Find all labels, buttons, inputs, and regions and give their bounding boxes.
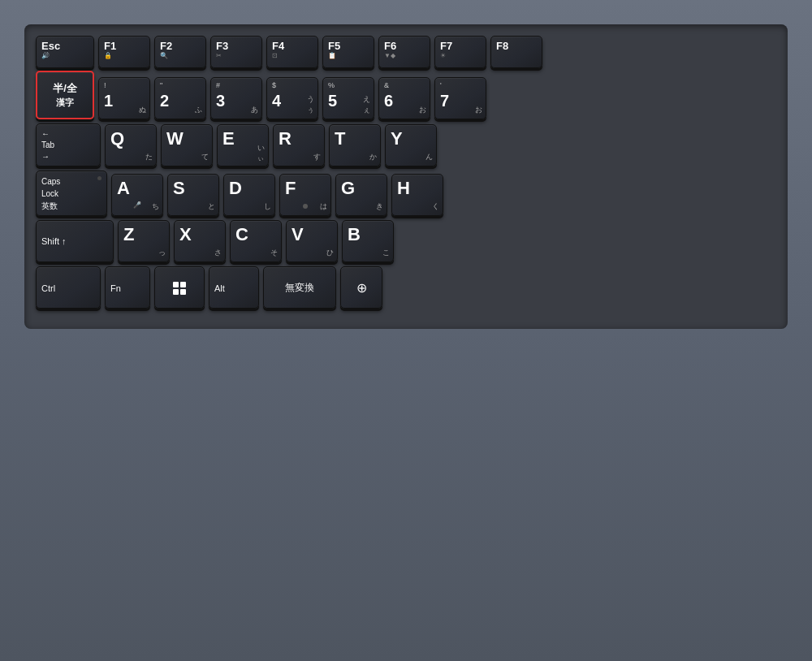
key-f1[interactable]: F1 🔒 <box>98 36 150 68</box>
key-f7[interactable]: F7 ☀ <box>434 36 486 68</box>
key7-main: 7 <box>440 92 449 110</box>
q-label: Q <box>110 129 124 149</box>
key6-main: 6 <box>384 92 393 110</box>
key-d[interactable]: D し <box>223 174 275 216</box>
f1-icon: 🔒 <box>104 52 112 59</box>
b-kana: こ <box>382 248 390 258</box>
f2-icon: 🔍 <box>160 52 168 59</box>
s-kana: と <box>208 201 215 212</box>
bottom-row: Ctrl Fn Alt 無変換 ⊕ <box>36 266 776 309</box>
key-w[interactable]: W て <box>161 124 213 166</box>
key3-top: # <box>216 82 220 90</box>
key-ctrl[interactable]: Ctrl <box>36 266 101 309</box>
key7-top: ' <box>440 82 442 90</box>
key6-kana: お <box>419 105 426 115</box>
tab-label: ←Tab→ <box>41 128 54 162</box>
key-shift[interactable]: Shift ↑ <box>36 220 114 262</box>
key6-top: & <box>384 82 389 90</box>
key-5[interactable]: % 5 えぇ <box>322 77 374 119</box>
key-g[interactable]: G き <box>335 174 387 216</box>
key-1[interactable]: ! 1 ぬ <box>98 77 150 119</box>
w-label: W <box>166 129 184 149</box>
g-kana: き <box>376 201 383 212</box>
f5-icon: 📋 <box>328 52 336 59</box>
key-x[interactable]: X さ <box>174 220 226 262</box>
key-4[interactable]: $ 4 うぅ <box>266 77 318 119</box>
key-f3[interactable]: F3 ✂ <box>210 36 262 68</box>
ctrl-label: Ctrl <box>41 283 55 293</box>
key-s[interactable]: S と <box>167 174 219 216</box>
number-row: 半/全漢字 ! 1 ぬ " 2 ふ # 3 あ $ 4 うぅ <box>36 71 776 119</box>
key3-kana: あ <box>251 105 258 115</box>
key-t[interactable]: T か <box>329 124 381 166</box>
key-z[interactable]: Z っ <box>118 220 170 262</box>
key1-kana: ぬ <box>139 105 146 115</box>
capslock-led <box>97 176 102 180</box>
key-h[interactable]: H く <box>391 174 443 216</box>
key-f[interactable]: F は <box>279 174 331 216</box>
key2-top: " <box>160 82 162 90</box>
f5-label: F5 <box>328 41 340 52</box>
key-v[interactable]: V ひ <box>286 220 338 262</box>
c-kana: そ <box>270 248 278 258</box>
key-f4[interactable]: F4 ⊡ <box>266 36 318 68</box>
key-e[interactable]: E いぃ <box>217 124 269 166</box>
f4-icon: ⊡ <box>272 52 278 59</box>
key4-main: 4 <box>272 92 281 110</box>
q-kana: た <box>145 152 153 162</box>
key-r[interactable]: R す <box>273 124 325 166</box>
key-2[interactable]: " 2 ふ <box>154 77 206 119</box>
key-3[interactable]: # 3 あ <box>210 77 262 119</box>
key-f6[interactable]: F6 ▼◆ <box>378 36 430 68</box>
key7-kana: お <box>475 105 482 115</box>
r-kana: す <box>313 152 321 162</box>
key-zoom[interactable]: ⊕ <box>340 266 382 309</box>
key-fn[interactable]: Fn <box>105 266 150 309</box>
keyboard-area: Esc 🔊 F1 🔒 F2 🔍 F3 ✂ F4 ⊡ F5 📋 <box>24 24 788 329</box>
key1-top: ! <box>104 82 106 90</box>
w-kana: て <box>201 152 209 162</box>
s-label: S <box>173 179 185 198</box>
key1-main: 1 <box>104 92 113 110</box>
laptop-body: Esc 🔊 F1 🔒 F2 🔍 F3 ✂ F4 ⊡ F5 📋 <box>0 0 812 661</box>
key-7[interactable]: ' 7 お <box>434 77 486 119</box>
muhenkan-label: 無変換 <box>285 281 314 295</box>
key-y[interactable]: Y ん <box>385 124 437 166</box>
alt-label: Alt <box>214 283 225 293</box>
key-q[interactable]: Q た <box>105 124 157 166</box>
key-hankaku[interactable]: 半/全漢字 <box>36 71 94 119</box>
f3-label: F3 <box>216 41 228 52</box>
f8-label: F8 <box>496 41 508 52</box>
h-label: H <box>397 179 410 198</box>
key-c[interactable]: C そ <box>230 220 282 262</box>
key-alt[interactable]: Alt <box>209 266 259 309</box>
t-label: T <box>335 129 345 149</box>
key-win[interactable] <box>154 266 205 309</box>
b-label: B <box>348 225 361 244</box>
a-label: A <box>117 179 130 198</box>
key-b[interactable]: B こ <box>342 220 394 262</box>
d-kana: し <box>264 201 271 212</box>
key-f2[interactable]: F2 🔍 <box>154 36 206 68</box>
win-icon <box>173 282 186 295</box>
g-label: G <box>341 179 355 198</box>
key-f8[interactable]: F8 <box>490 36 542 68</box>
key-tab[interactable]: ←Tab→ <box>36 123 101 166</box>
mic-icon: 🎤 <box>133 201 141 209</box>
a-kana: ち <box>152 201 159 212</box>
f-kana: は <box>320 201 327 212</box>
f3-icon: ✂ <box>216 52 222 59</box>
e-kana: いぃ <box>257 143 265 162</box>
f6-icon: ▼◆ <box>384 52 395 59</box>
esc-label: Esc <box>41 41 60 52</box>
key-f5[interactable]: F5 📋 <box>322 36 374 68</box>
key-a[interactable]: A ち 🎤 <box>111 174 163 216</box>
key-muhenkan[interactable]: 無変換 <box>263 266 336 309</box>
f7-label: F7 <box>440 41 452 52</box>
key-6[interactable]: & 6 お <box>378 77 430 119</box>
key-capslock[interactable]: CapsLock英数 <box>36 171 107 216</box>
key-esc[interactable]: Esc 🔊 <box>36 36 94 68</box>
key2-main: 2 <box>160 92 169 110</box>
asdf-row: CapsLock英数 A ち 🎤 S と D し F は G <box>36 171 776 216</box>
c-label: C <box>235 225 248 244</box>
